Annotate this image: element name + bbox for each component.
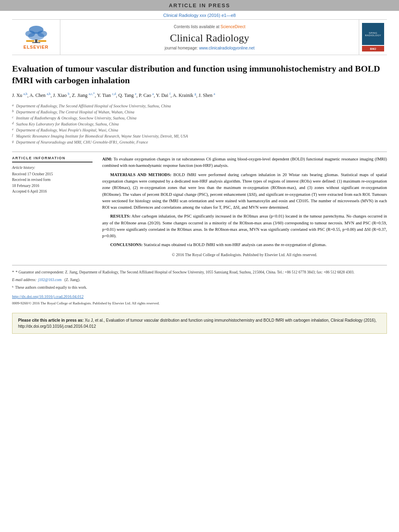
copyright-line: © 2016 The Royal College of Radiologists… xyxy=(102,252,387,258)
sciencedirect-line: Contents lists available at ScienceDirec… xyxy=(174,25,245,29)
authors-line: J. Xu a,h, A. Chen a,h, J. Xiao b, Z. Ji… xyxy=(12,92,387,99)
guarantor-star: * xyxy=(12,269,14,275)
aim-label: AIM: xyxy=(102,157,112,161)
svg-rect-6 xyxy=(26,40,34,42)
aim-text: To evaluate oxygenation changes in rat s… xyxy=(102,157,387,168)
journal-header: ELSEVIER Contents lists available at Sci… xyxy=(12,19,387,55)
journal-name: Clinical Radiology xyxy=(170,32,249,44)
conclusions-text: Statistical maps obtained via BOLD fMRI … xyxy=(144,242,327,247)
issn-line: 0009-9260/© 2016 The Royal College of Ra… xyxy=(12,301,387,306)
svg-rect-7 xyxy=(38,40,46,42)
contributed-text: These authors contributed equally to thi… xyxy=(15,285,87,291)
contributed-note: h These authors contributed equally to t… xyxy=(12,285,387,291)
banner-text: ARTICLE IN PRESS xyxy=(169,2,230,8)
article-in-press-banner: ARTICLE IN PRESS xyxy=(0,0,399,11)
mm-label: MATERIALS AND METHODS: xyxy=(110,173,171,177)
mm-text: BOLD fMRI were performed during carbogen… xyxy=(102,173,387,210)
results-label: RESULTS: xyxy=(110,214,130,218)
footer-section: * * Guarantor and correspondent: Z. Jian… xyxy=(12,265,387,306)
affiliations: a Department of Radiology, The Second Af… xyxy=(12,103,387,145)
elsevier-logo: ELSEVIER xyxy=(12,20,60,55)
radiology-logo-inner: SPINGRADIOLOGY xyxy=(362,23,384,45)
article-info-col: ARTICLE INFORMATION Article history: Rec… xyxy=(12,156,93,258)
article-title: Evaluation of tumour vascular distributi… xyxy=(12,63,387,86)
journal-ref-line: Clinical Radiology xxx (2016) e1—e8 xyxy=(0,11,399,19)
svg-rect-5 xyxy=(32,42,40,43)
results-text: After carbogen inhalation, the PSC signi… xyxy=(102,214,387,238)
email-name: (Z. Jiang). xyxy=(64,277,80,283)
sciencedirect-link[interactable]: ScienceDirect xyxy=(220,25,245,29)
article-history-label: Article history: xyxy=(12,166,93,170)
svg-rect-4 xyxy=(35,39,37,43)
email-label: E-mail address: xyxy=(12,277,37,283)
radiology-logo-box: SPINGRADIOLOGY BMJ xyxy=(359,20,387,55)
guarantor-note: * * Guarantor and correspondent: Z. Jian… xyxy=(12,269,387,275)
main-content: Evaluation of tumour vascular distributi… xyxy=(0,55,399,258)
article-info-title: ARTICLE INFORMATION xyxy=(12,156,93,160)
two-col-section: ARTICLE INFORMATION Article history: Rec… xyxy=(12,156,387,258)
conclusions-label: CONCLUSIONS: xyxy=(110,242,143,247)
journal-ref-text: Clinical Radiology xxx (2016) e1—e8 xyxy=(163,13,236,18)
email-link[interactable]: j102@163.com xyxy=(38,277,62,283)
abstract-text: AIM: To evaluate oxygenation changes in … xyxy=(102,156,387,258)
svg-point-3 xyxy=(28,32,44,40)
journal-title-center: Contents lists available at ScienceDirec… xyxy=(60,20,359,55)
main-divider xyxy=(12,152,387,152)
email-note: E-mail address: j102@163.com (Z. Jiang). xyxy=(12,277,387,283)
doi-link[interactable]: http://dx.doi.org/10.1016/j.crad.2016.04… xyxy=(12,294,387,300)
article-info-divider xyxy=(12,162,93,162)
journal-homepage-line: journal homepage: www.clinicalradiologyo… xyxy=(165,46,254,50)
journal-homepage-link[interactable]: www.clinicalradiologyonline.net xyxy=(199,46,255,50)
elsevier-tree-icon xyxy=(22,25,50,43)
page: ARTICLE IN PRESS Clinical Radiology xxx … xyxy=(0,0,399,532)
citation-bar: Please cite this article in press as: Xu… xyxy=(12,313,387,334)
elsevier-label: ELSEVIER xyxy=(23,45,48,49)
abstract-col: AIM: To evaluate oxygenation changes in … xyxy=(102,156,387,258)
article-history-text: Received 17 October 2015 Received in rev… xyxy=(12,171,93,194)
bmj-logo: BMJ xyxy=(362,46,384,51)
guarantor-text: * Guarantor and correspondent: Z. Jiang,… xyxy=(16,269,354,275)
citation-label: Please cite this article in press as: xyxy=(18,318,84,322)
